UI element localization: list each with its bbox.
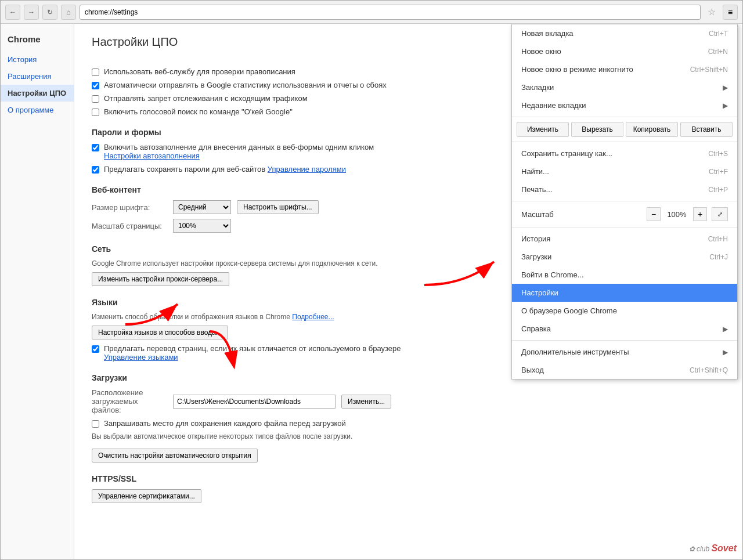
ask-download-checkbox[interactable]	[92, 420, 99, 428]
ctx-print[interactable]: Печать... Ctrl+P	[512, 180, 737, 198]
sidebar: Chrome История Расширения Настройки ЦПО …	[1, 24, 74, 559]
browser-frame: ← → ↻ ⌂ ☆ ≡ Chrome История Расширения На…	[0, 0, 743, 560]
ctx-recent-tabs-arrow: ▶	[723, 102, 728, 110]
ctx-zoom-value: 100%	[665, 210, 688, 219]
page-scale-label: Масштаб страницы:	[92, 222, 167, 230]
ctx-about-label: О браузере Google Chrome	[521, 306, 617, 315]
toolbar: ← → ↻ ⌂ ☆ ≡	[1, 1, 742, 24]
ctx-recent-tabs-label: Недавние вкладки	[521, 101, 586, 110]
ctx-more-tools-arrow: ▶	[723, 348, 728, 356]
configure-fonts-button[interactable]: Настроить шрифты...	[237, 200, 319, 214]
ctx-bookmarks-label: Закладки	[521, 83, 554, 92]
auto-open-desc: Вы выбрали автоматическое открытие некот…	[92, 432, 725, 440]
ctx-fullscreen-button[interactable]: ⤢	[712, 207, 728, 221]
download-location-label: Расположение загружаемых файлов:	[92, 388, 167, 414]
ctx-more-tools-label: Дополнительные инструменты	[521, 348, 629, 356]
languages-more-link[interactable]: Подробнее...	[292, 313, 334, 321]
ctx-zoom-row: Масштаб − 100% + ⤢	[512, 204, 737, 225]
ctx-bookmarks[interactable]: Закладки ▶	[512, 78, 737, 96]
ctx-help[interactable]: Справка ▶	[512, 320, 737, 338]
manage-languages-link[interactable]: Управление языками	[104, 353, 178, 362]
save-passwords-checkbox[interactable]	[92, 166, 99, 174]
ctx-print-label: Печать...	[521, 185, 552, 194]
ctx-edit-button[interactable]: Изменить	[517, 122, 569, 137]
ctx-incognito[interactable]: Новое окно в режиме инкогнито Ctrl+Shift…	[512, 60, 737, 78]
spelling-checkbox-1[interactable]	[92, 68, 99, 76]
ctx-more-tools[interactable]: Дополнительные инструменты ▶	[512, 343, 737, 361]
font-size-select[interactable]: Средний	[173, 200, 231, 214]
home-button[interactable]: ⌂	[61, 5, 76, 20]
ctx-new-window-shortcut: Ctrl+N	[708, 48, 728, 56]
ctx-copy-button[interactable]: Копировать	[626, 122, 678, 137]
translate-checkbox[interactable]	[92, 345, 99, 353]
arrow-right-indicator	[419, 250, 506, 298]
sidebar-item-settings[interactable]: Настройки ЦПО	[1, 85, 74, 102]
autofill-label: Включить автозаполнение для внесения дан…	[104, 143, 374, 160]
download-location-row: Расположение загружаемых файлов: Изменит…	[92, 388, 725, 414]
ctx-divider-2	[512, 142, 737, 142]
watermark: ✿ club Sovet	[689, 543, 737, 554]
page-scale-select[interactable]: 100%	[173, 219, 231, 233]
ctx-incognito-shortcut: Ctrl+Shift+N	[690, 66, 728, 74]
page-title: Настройки ЦПО	[92, 35, 178, 49]
ctx-history[interactable]: История Ctrl+H	[512, 230, 737, 248]
ctx-new-tab[interactable]: Новая вкладка Ctrl+T	[512, 24, 737, 42]
ctx-help-arrow: ▶	[723, 325, 728, 333]
proxy-settings-button[interactable]: Изменить настройки прокси-сервера...	[92, 272, 229, 286]
ctx-save-page-label: Сохранить страницу как...	[521, 149, 612, 158]
ctx-find-shortcut: Ctrl+F	[709, 168, 728, 176]
spelling-checkbox-2[interactable]	[92, 82, 99, 89]
bookmark-star-icon[interactable]: ☆	[704, 5, 719, 20]
reload-button[interactable]: ↻	[42, 5, 57, 20]
font-size-label: Размер шрифта:	[92, 203, 167, 212]
ctx-cut-button[interactable]: Вырезать	[571, 122, 623, 137]
translate-label: Предлагать перевод страниц, если их язык…	[104, 344, 401, 362]
ctx-bookmarks-arrow: ▶	[723, 84, 728, 92]
sidebar-item-history[interactable]: История	[1, 51, 74, 68]
ctx-downloads[interactable]: Загрузки Ctrl+J	[512, 248, 737, 266]
manage-passwords-link[interactable]: Управление паролями	[268, 165, 346, 174]
ctx-settings-label: Настройки	[521, 288, 558, 297]
context-menu: Новая вкладка Ctrl+T Новое окно Ctrl+N Н…	[511, 24, 738, 380]
spelling-label-4: Включить голосовой поиск по команде "О'к…	[104, 107, 293, 116]
ctx-recent-tabs[interactable]: Недавние вкладки ▶	[512, 96, 737, 114]
ctx-find[interactable]: Найти... Ctrl+F	[512, 162, 737, 180]
https-title: HTTPS/SSL	[92, 474, 725, 483]
manage-certificates-button[interactable]: Управление сертификатами...	[92, 489, 201, 503]
ctx-about-chrome[interactable]: О браузере Google Chrome	[512, 302, 737, 320]
ctx-exit-shortcut: Ctrl+Shift+Q	[690, 366, 728, 374]
autofill-checkbox[interactable]	[92, 144, 99, 151]
back-button[interactable]: ←	[5, 5, 20, 20]
ctx-signin[interactable]: Войти в Chrome...	[512, 266, 737, 284]
spelling-label-3: Отправлять запрет отслеживания с исходящ…	[104, 94, 308, 103]
ctx-new-window[interactable]: Новое окно Ctrl+N	[512, 42, 737, 60]
spelling-label-2: Автоматически отправлять в Google статис…	[104, 81, 387, 89]
ctx-history-shortcut: Ctrl+H	[708, 235, 728, 243]
clear-auto-open-button[interactable]: Очистить настройки автоматического откры…	[92, 449, 258, 463]
downloads-section: Загрузки Расположение загружаемых файлов…	[92, 373, 725, 463]
ctx-paste-button[interactable]: Вставить	[680, 122, 733, 137]
spelling-checkbox-3[interactable]	[92, 95, 99, 103]
spelling-checkbox-4[interactable]	[92, 109, 99, 116]
sidebar-item-about[interactable]: О программе	[1, 102, 74, 118]
ctx-history-label: История	[521, 234, 550, 243]
ctx-zoom-minus-button[interactable]: −	[647, 207, 661, 221]
ctx-zoom-plus-button[interactable]: +	[693, 207, 707, 221]
sidebar-title: Chrome	[1, 30, 74, 51]
autofill-settings-link[interactable]: Настройки автозаполнения	[104, 151, 200, 160]
forward-button[interactable]: →	[24, 5, 39, 20]
change-download-path-button[interactable]: Изменить...	[341, 395, 391, 409]
ctx-print-shortcut: Ctrl+P	[708, 186, 728, 194]
ctx-save-page[interactable]: Сохранить страницу как... Ctrl+S	[512, 144, 737, 162]
download-path-input[interactable]	[173, 395, 336, 409]
ctx-edit-row: Изменить Вырезать Копировать Вставить	[512, 120, 737, 139]
ctx-signin-label: Войти в Chrome...	[521, 270, 584, 279]
address-bar[interactable]	[80, 5, 701, 20]
sidebar-item-extensions[interactable]: Расширения	[1, 68, 74, 85]
save-passwords-label: Предлагать сохранять пароли для веб-сайт…	[104, 165, 346, 174]
ctx-settings-active[interactable]: Настройки	[512, 284, 737, 302]
chrome-menu-button[interactable]: ≡	[723, 5, 738, 20]
ctx-new-window-label: Новое окно	[521, 47, 561, 56]
ctx-exit[interactable]: Выход Ctrl+Shift+Q	[512, 361, 737, 379]
ask-download-row: Запрашивать место для сохранения каждого…	[92, 419, 725, 428]
